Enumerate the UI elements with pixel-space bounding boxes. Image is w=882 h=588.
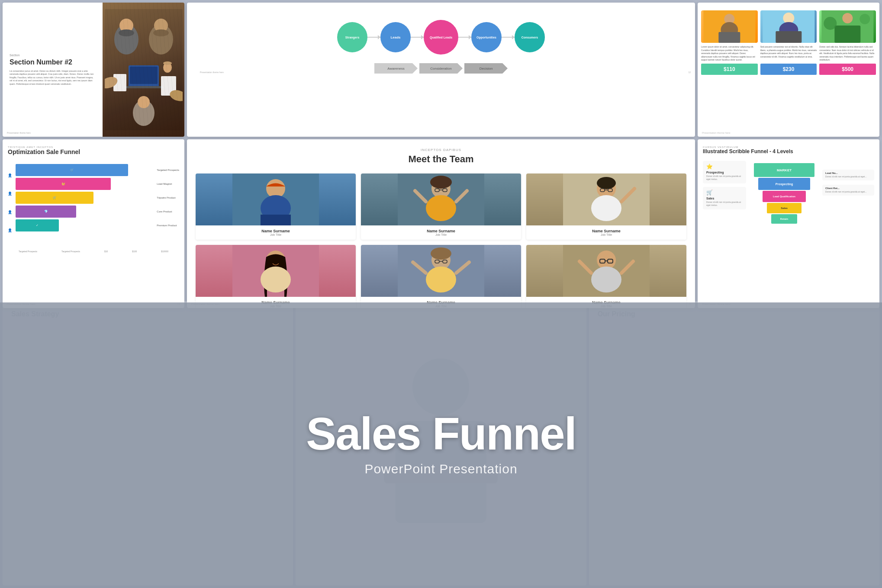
person-icon-2: 👤 [8,192,12,196]
member-photo-bg-2 [361,174,521,225]
person-icon-3: 👤 [8,210,12,214]
member-info-2: Name Surname Job Title [361,225,521,240]
pricing-text-1: Lorem ipsum dolor sit amet, consectetur … [701,45,758,62]
funnel-level-retain: Retain [771,214,797,224]
funnel-bar-1: 🛒 [16,164,128,176]
x-axis-labels: Targeted Prospects Targeted Prospects $1… [8,250,179,253]
detail-card-text-1: Donec id elit non mi porta gravida at eg… [825,175,871,178]
funnel-label-market: MARKET [777,168,792,172]
slide1-text-area: Section Section Number #2 Lis consectetu… [3,3,103,137]
slide-section-header[interactable]: Section Section Number #2 Lis consectetu… [3,3,184,137]
funnel-level-sales: Sales [767,203,802,213]
pricing-badge-1: $110 [701,64,758,75]
slide6-title: Illustrated Scribble Funnel - 4 Levels [703,148,874,154]
detail-card-title-2: Client Ret... [825,187,871,190]
member-job-1: Job Title [199,233,352,236]
funnel-right-area: ⭐ Prospecting Donec id elit non mi porta… [703,161,874,260]
slide1-image [103,3,184,137]
detail-card-text-2: Donec id elit non mi porta gravida at eg… [825,190,871,193]
funnel-label-prospecting: Prospecting [776,183,793,186]
member-info-1: Name Surname Job Title [196,225,356,240]
stage-decision-label: Decision [480,67,493,71]
svg-point-69 [591,267,621,292]
svg-rect-0 [105,9,183,130]
svg-point-29 [824,17,837,30]
funnel-level-market: MARKET [754,163,814,177]
funnel-level-lead: Lead Qualification [763,191,806,202]
member-job-2: Job Title [364,233,518,236]
member-photo-6 [526,245,686,297]
slide1-section-label: Section [10,54,96,57]
funnel-detail-cards: Lead Nu... Donec id elit non mi porta gr… [822,161,874,260]
member-job-3: Job Title [530,233,683,236]
slide-funnel-left[interactable]: TRISTIQUE AMET INCEPTOS Optimization Sal… [3,139,184,308]
table-scene [103,3,184,137]
person-team-svg-2 [361,174,521,225]
svg-point-1 [114,24,138,55]
pricing-image-2 [760,10,817,43]
svg-rect-9 [124,86,163,88]
svg-point-15 [138,96,150,108]
price-2-value: $230 [783,66,795,72]
meet-team-title: Meet the Team [196,154,686,165]
slide2-footer: Presentation theme here 12 [200,71,691,74]
circle-consumers-label: Consumers [521,36,538,39]
person-svg-2 [760,10,817,43]
svg-point-57 [431,247,451,260]
funnel-visual: MARKET Prospecting Lead Qualification Sa… [750,161,819,260]
member-name-3: Name Surname [530,229,683,233]
svg-rect-25 [776,31,802,43]
member-photo-1 [196,174,356,225]
slide1-theme: Presentation theme here [7,132,31,134]
price-3-value: $500 [842,66,853,72]
person-svg-1 [701,10,758,43]
funnel-bar-5: ✓ [16,219,59,231]
step-title-sales: Sales [706,197,743,200]
xlabel-2: $10 [104,250,108,253]
step-icon-cart: 🛒 [706,190,743,196]
pricing-cards: Lorem ipsum dolor sit amet, consectetur … [701,10,876,75]
funnel-labels: Targeted Prospects Lead Magnet Tripwire … [157,164,179,231]
business-image-1 [701,10,758,43]
detail-card-1: Lead Nu... Donec id elit non mi porta gr… [822,170,874,180]
team-member-2: Name Surname Job Title [361,174,521,240]
funnel-label-lead: Lead Qualification [773,195,795,198]
slide3-theme: Presentation theme here [702,132,731,134]
slide2-theme: Presentation theme here [200,71,224,74]
funnel-bar-4: 💎 [16,206,76,218]
member-photo-5 [361,245,521,297]
member-photo-bg-1 [196,174,356,225]
svg-point-54 [261,267,291,292]
meet-team-header: INCEPTOS DAPIBUS Meet the Team [196,148,686,165]
slide-scribble-funnel[interactable]: CURSUS VESTIBULUM Illustrated Scribble F… [698,139,879,308]
funnel-bar-3: 🛒 [16,192,93,204]
svg-point-37 [430,176,452,189]
person-icon-4: 👤 [8,228,12,232]
member-photo-bg-6 [526,245,686,297]
person-team-svg-4 [196,245,356,297]
slide-meet-team[interactable]: INCEPTOS DAPIBUS Meet the Team [187,139,695,308]
svg-point-6 [153,29,169,36]
label-premium: Premium Product [157,219,179,231]
member-photo-4 [196,245,356,297]
step-icon-star: ⭐ [706,164,743,170]
svg-point-3 [119,29,134,36]
slide-pipeline[interactable]: Strangers Leads Qualified Leads Opportun… [187,3,695,137]
slide4-title: Optimization Sale Funnel [8,148,179,155]
svg-rect-7 [129,65,159,87]
slide-pricing[interactable]: Lorem ipsum dolor sit amet, consectetur … [698,3,879,137]
pricing-text-2: Sed posuere consectetur est at lobortis.… [760,45,817,62]
business-image-2 [760,10,817,43]
arrow-1 [367,37,380,38]
bottom-background [0,302,882,588]
person-icon-1: 👤 [8,174,12,177]
pricing-badge-2: $230 [760,64,817,75]
person-team-svg-3 [526,174,686,225]
member-name-2: Name Surname [364,229,518,233]
pricing-image-3 [819,10,876,43]
funnel-level-prospecting: Prospecting [758,178,810,190]
svg-point-16 [105,75,119,90]
circle-leads: Leads [380,22,411,52]
person-svg-3 [819,10,876,43]
pricing-text-3: Donec sed odio dui. Aenean lacinia biben… [819,45,876,62]
